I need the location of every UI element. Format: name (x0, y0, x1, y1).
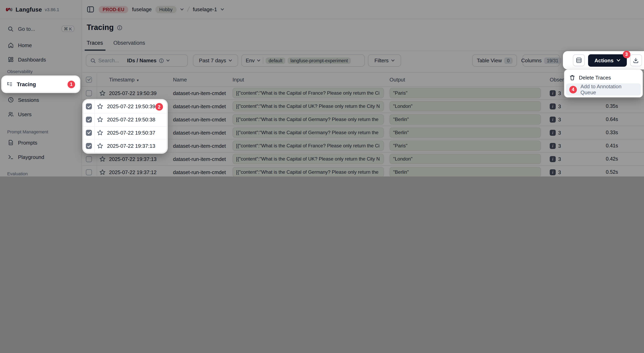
export-button[interactable] (630, 54, 642, 66)
rows-icon (576, 57, 582, 63)
download-icon (633, 57, 639, 63)
tracing-icon (6, 81, 13, 87)
cell-timestamp: 2025-07-22 19:50:37 (107, 130, 155, 136)
menu-item-delete-traces[interactable]: Delete Traces (566, 71, 641, 83)
bookmark-star[interactable] (97, 143, 104, 149)
selected-table-row[interactable]: 2025-07-22 19:50:392 (84, 100, 166, 113)
cell-timestamp: 2025-07-22 19:37:13 (107, 143, 155, 149)
selected-table-row[interactable]: 2025-07-22 19:50:38 (84, 113, 166, 127)
tutorial-badge-3: 3 (623, 50, 630, 58)
chevron-down-icon (616, 58, 620, 62)
selected-table-row[interactable]: 2025-07-22 19:50:37 (84, 126, 166, 140)
bookmark-star[interactable] (97, 116, 104, 123)
trash-icon (569, 74, 575, 80)
star-icon (97, 129, 104, 136)
cell-timestamp: 2025-07-22 19:50:38 (107, 117, 155, 123)
row-checkbox-checked[interactable] (84, 113, 95, 126)
cell-timestamp: 2025-07-22 19:50:39 (107, 104, 155, 110)
row-checkbox-checked[interactable] (84, 100, 95, 113)
selected-rows-spotlight: 2025-07-22 19:50:3922025-07-22 19:50:382… (84, 100, 166, 153)
row-checkbox-checked[interactable] (84, 126, 95, 139)
app-window: Langfuse v3.86.1 Go to... ⌘ K HomeDashbo… (0, 0, 644, 176)
tutorial-badge-1: 1 (68, 80, 75, 88)
bookmark-star[interactable] (97, 129, 104, 136)
star-icon (97, 143, 104, 149)
actions-button[interactable]: Actions 3 (588, 54, 626, 66)
bookmark-star[interactable] (97, 103, 104, 110)
row-checkbox-checked[interactable] (84, 140, 95, 153)
tutorial-badge-4: 4 (569, 86, 577, 93)
actions-menu: Delete Traces 4 Add to Annotation Queue (564, 69, 643, 97)
menu-item-add-to-annotation-queue[interactable]: 4 Add to Annotation Queue (566, 83, 641, 95)
actions-cluster: Actions 3 (563, 51, 644, 69)
sidebar-item-tracing[interactable]: Tracing1 (2, 77, 79, 92)
tutorial-badge-2: 2 (156, 103, 163, 111)
selected-table-row[interactable]: 2025-07-22 19:37:13 (84, 140, 166, 153)
row-height-button[interactable] (573, 54, 585, 66)
star-icon (97, 103, 104, 110)
star-icon (97, 116, 104, 123)
sidebar-item-label: Tracing (17, 81, 36, 87)
